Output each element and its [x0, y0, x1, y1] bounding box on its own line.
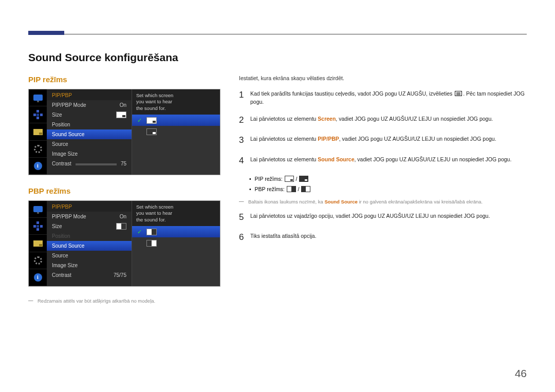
- nav-icon-picture[interactable]: [29, 89, 47, 106]
- pbp-left-icon: [287, 186, 296, 192]
- check-icon: [137, 229, 142, 234]
- menu-item-image-size[interactable]: Image Size: [47, 260, 132, 270]
- pbp-right-icon: [301, 186, 310, 192]
- pbp-right-icon: [146, 240, 157, 247]
- menu-item-size[interactable]: Size: [47, 110, 132, 120]
- page-number: 46: [515, 367, 527, 380]
- option-right-screen[interactable]: [132, 237, 220, 249]
- osd-description: Set which screen you want to hear the so…: [132, 89, 220, 115]
- pbp-mode-label: PBP režīms: [28, 186, 229, 195]
- step-6: 6 Tiks iestatīta atlasītā opcija.: [239, 231, 527, 244]
- osd-side-panel: Set which screen you want to hear the so…: [132, 89, 220, 175]
- step-4: 4 Lai pārvietotos uz elementu Sound Sour…: [239, 154, 527, 167]
- page-title: Sound Source konfigurēšana: [28, 51, 527, 64]
- icon-hint: Baltais ikonas laukums nozīmē, ka Sound …: [239, 199, 527, 204]
- nav-icon-info[interactable]: i: [29, 269, 47, 286]
- osd-menu-title: PIP/PBP: [47, 89, 132, 100]
- osd-nav-icons: i: [29, 89, 47, 175]
- pip-sub-icon: [299, 176, 308, 182]
- step-1: 1 Kad tiek parādīts funkcijas taustiņu c…: [239, 88, 527, 106]
- pbp-left-icon: [146, 229, 157, 235]
- option-sub-screen[interactable]: [132, 126, 220, 137]
- menu-item-mode[interactable]: PIP/PBP ModeOn: [47, 212, 132, 221]
- step-3: 3 Lai pārvietotos uz elementu PIP/PBP, v…: [239, 134, 527, 147]
- nav-icon-picture[interactable]: [29, 201, 47, 218]
- pip-sub-icon: [146, 128, 157, 135]
- menu-item-image-size[interactable]: Image Size: [47, 149, 132, 159]
- menu-item-source[interactable]: Source: [47, 251, 132, 260]
- size-icon: [116, 111, 126, 118]
- pip-main-icon: [146, 117, 157, 124]
- osd-side-panel: Set which screen you want to hear the so…: [132, 201, 220, 286]
- nav-icon-pip[interactable]: [29, 123, 47, 140]
- option-left-screen[interactable]: [132, 226, 220, 237]
- nav-icon-dpad[interactable]: [29, 218, 47, 235]
- menu-item-mode[interactable]: PIP/PBP ModeOn: [47, 100, 132, 110]
- menu-item-sound-source[interactable]: Sound Source: [47, 241, 132, 251]
- nav-icon-info[interactable]: i: [29, 158, 47, 175]
- menu-item-sound-source[interactable]: Sound Source: [47, 129, 132, 139]
- menu-icon: [455, 91, 462, 96]
- menu-item-contrast[interactable]: Contrast75/75: [47, 270, 132, 280]
- check-icon: [137, 118, 142, 123]
- pip-mode-label: PIP režīms: [28, 75, 229, 84]
- nav-icon-pip[interactable]: [29, 235, 47, 252]
- mode-icons-list: PIP režīms: / PBP režīms: /: [249, 174, 527, 195]
- page-marker: [28, 31, 64, 35]
- osd-menu-title: PIP/PBP: [47, 201, 132, 212]
- step-2: 2 Lai pārvietotos uz elementu Screen, va…: [239, 114, 527, 127]
- pip-main-icon: [285, 176, 294, 182]
- option-main-screen[interactable]: [132, 115, 220, 126]
- osd-nav-icons: i: [29, 201, 47, 286]
- menu-item-size[interactable]: Size: [47, 221, 132, 231]
- nav-icon-settings[interactable]: [29, 141, 47, 158]
- osd-pip: i PIP/PBP PIP/PBP ModeOn Size Position S…: [28, 89, 220, 175]
- step-number: 5: [239, 211, 250, 224]
- osd-menu: PIP/PBP PIP/PBP ModeOn Size Position Sou…: [47, 89, 132, 175]
- contrast-slider[interactable]: [76, 163, 117, 165]
- step-number: 3: [239, 134, 250, 147]
- osd-pbp: i PIP/PBP PIP/PBP ModeOn Size Position S…: [28, 200, 220, 287]
- step-number: 1: [239, 88, 250, 102]
- intro-text: Iestatiet, kura ekrāna skaņu vēlaties dz…: [239, 75, 527, 81]
- osd-menu: PIP/PBP PIP/PBP ModeOn Size Position Sou…: [47, 201, 132, 286]
- menu-item-contrast[interactable]: Contrast75: [47, 159, 132, 169]
- step-number: 4: [239, 154, 250, 167]
- check-icon: [137, 129, 142, 134]
- nav-icon-dpad[interactable]: [29, 106, 47, 123]
- menu-item-source[interactable]: Source: [47, 139, 132, 149]
- menu-item-position: Position: [47, 231, 132, 241]
- step-number: 6: [239, 231, 250, 244]
- osd-description: Set which screen you want to hear the so…: [132, 201, 220, 226]
- step-number: 2: [239, 114, 250, 127]
- image-disclaimer: Redzamais attēls var būt atšķirīgs atkar…: [28, 298, 229, 304]
- step-5: 5 Lai pārvietotos uz vajadzīgo opciju, v…: [239, 211, 527, 224]
- menu-item-position[interactable]: Position: [47, 120, 132, 129]
- size-icon: [116, 223, 126, 230]
- page-rule: [28, 34, 527, 34]
- check-icon: [137, 240, 142, 246]
- nav-icon-settings[interactable]: [29, 252, 47, 269]
